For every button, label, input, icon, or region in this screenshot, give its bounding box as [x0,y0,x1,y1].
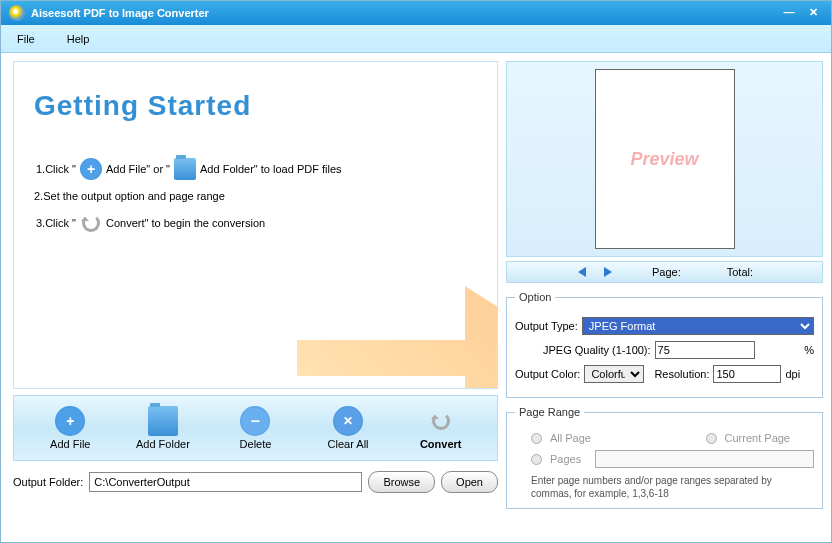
page-nav: Page: Total: [506,261,823,283]
main-toolbar: + Add File Add Folder – Delete ✕ Clear A… [13,395,498,461]
folder-icon [174,158,196,180]
arrow-decoration-icon [297,268,498,389]
all-page-radio[interactable] [531,433,542,444]
current-page-radio[interactable] [706,433,717,444]
output-color-label: Output Color: [515,368,580,380]
convert-button[interactable]: Convert [409,406,473,450]
delete-label: Delete [240,438,272,450]
add-file-label: Add File [50,438,90,450]
page-label: Page: [652,266,681,278]
minimize-button[interactable]: — [779,6,799,20]
jpeg-quality-label: JPEG Quality (1-100): [543,344,651,356]
menu-file[interactable]: File [17,33,35,45]
output-color-select[interactable]: Colorfull [584,365,644,383]
menu-bar: File Help [1,25,831,53]
plus-icon: + [80,158,102,180]
svg-marker-0 [578,267,586,277]
gs-step2: 2.Set the output option and page range [34,190,225,202]
delete-button[interactable]: – Delete [223,406,287,450]
page-range-legend: Page Range [515,406,584,418]
output-folder-label: Output Folder: [13,476,83,488]
svg-marker-1 [604,267,612,277]
percent-label: % [804,344,814,356]
open-button[interactable]: Open [441,471,498,493]
prev-page-button[interactable] [576,266,592,278]
total-label: Total: [727,266,753,278]
gs-step3-b: Convert" to begin the conversion [106,217,265,229]
preview-pane: Preview [506,61,823,257]
window-title: Aiseesoft PDF to Image Converter [31,7,209,19]
pages-label: Pages [550,453,581,465]
add-folder-button[interactable]: Add Folder [131,406,195,450]
folder-icon [148,406,178,436]
convert-icon [80,212,102,234]
convert-icon [426,406,456,436]
output-type-label: Output Type: [515,320,578,332]
jpeg-quality-input[interactable] [655,341,755,359]
output-type-select[interactable]: JPEG Format [582,317,814,335]
pages-input[interactable] [595,450,814,468]
title-bar: Aiseesoft PDF to Image Converter — ✕ [1,1,831,25]
add-folder-label: Add Folder [136,438,190,450]
getting-started-heading: Getting Started [34,90,477,122]
gs-step1-c: Add Folder" to load PDF files [200,163,341,175]
current-page-label: Current Page [725,432,790,444]
convert-label: Convert [420,438,462,450]
getting-started-panel: Getting Started 1.Click " + Add File" or… [13,61,498,389]
app-logo-icon [9,5,25,21]
plus-icon: + [55,406,85,436]
output-folder-input[interactable] [89,472,362,492]
close-button[interactable]: ✕ [803,6,823,20]
clear-all-label: Clear All [328,438,369,450]
preview-placeholder: Preview [595,69,735,249]
gs-step1-b: Add File" or " [106,163,170,175]
browse-button[interactable]: Browse [368,471,435,493]
x-icon: ✕ [333,406,363,436]
page-range-group: Page Range All Page Current Page Pages E… [506,406,823,509]
dpi-label: dpi [785,368,800,380]
option-group: Option Output Type: JPEG Format JPEG Qua… [506,291,823,398]
gs-step3-a: 3.Click " [36,217,76,229]
option-legend: Option [515,291,555,303]
gs-step1-a: 1.Click " [36,163,76,175]
resolution-input[interactable] [713,365,781,383]
add-file-button[interactable]: + Add File [38,406,102,450]
page-range-hint: Enter page numbers and/or page ranges se… [531,474,814,500]
pages-radio[interactable] [531,454,542,465]
next-page-button[interactable] [600,266,616,278]
minus-icon: – [240,406,270,436]
menu-help[interactable]: Help [67,33,90,45]
resolution-label: Resolution: [654,368,709,380]
all-page-label: All Page [550,432,591,444]
clear-all-button[interactable]: ✕ Clear All [316,406,380,450]
